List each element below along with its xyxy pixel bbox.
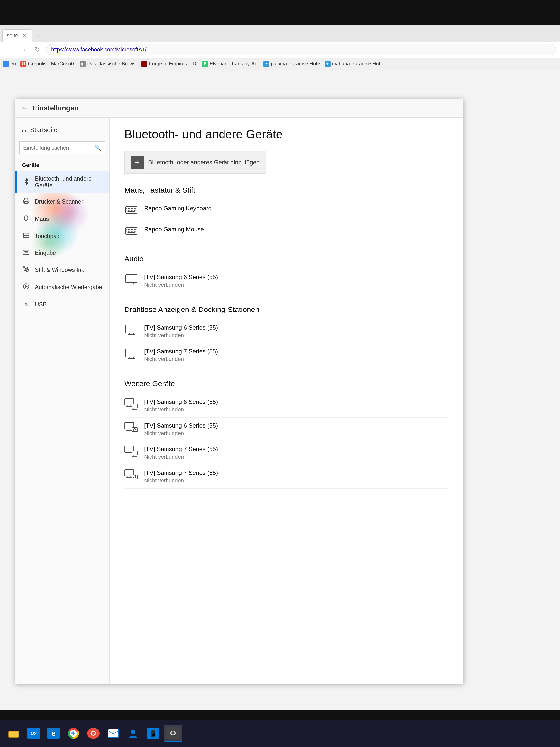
sidebar-item-touchpad[interactable]: Touchpad xyxy=(15,228,109,245)
monitor-audio-icon xyxy=(125,274,138,287)
monitor-wireless-icon-2 xyxy=(125,349,138,361)
svg-rect-91 xyxy=(9,731,19,737)
bluetooth-icon xyxy=(23,178,30,186)
section-maus-tastatur: Maus, Tastatur & Stift xyxy=(125,186,448,195)
taskbar-messaging[interactable]: 📱 xyxy=(144,725,162,742)
device-weitere-2[interactable]: [TV] Samsung 6 Series (55) Nicht verbund… xyxy=(125,418,448,441)
sidebar-item-pen[interactable]: Stift & Windows Ink xyxy=(15,261,109,279)
sidebar-item-eingabe[interactable]: Eingabe xyxy=(15,245,109,261)
taskbar-file-explorer[interactable] xyxy=(5,725,22,742)
device-info-weitere-1: [TV] Samsung 6 Series (55) Nicht verbund… xyxy=(144,398,218,413)
bookmark-en[interactable]: 🌐 en xyxy=(3,61,16,67)
svg-point-74 xyxy=(133,430,134,431)
address-bar-row: ← → ↻ https://www.facebook.com/Microsoft… xyxy=(0,42,560,58)
search-box[interactable]: 🔍 xyxy=(20,141,105,154)
taskbar-edge[interactable]: e xyxy=(45,725,62,742)
settings-overlay: ← Einstellungen ⌂ Startseite 🔍 xyxy=(15,99,463,684)
sidebar-item-bluetooth-label: Bluetooth- und andere Geräte xyxy=(35,175,102,189)
composite-icon-2 xyxy=(125,422,138,435)
device-name-rapoo-mouse: Rapoo Gaming Mouse xyxy=(144,226,204,233)
svg-point-97 xyxy=(131,729,135,734)
monitor-wireless-icon-1 xyxy=(125,325,138,337)
bookmark-grepolis[interactable]: G Grepolis - MarCuso0: xyxy=(20,61,75,67)
svg-point-89 xyxy=(133,477,134,478)
browser-tab-active[interactable]: seite ✕ xyxy=(2,29,32,42)
device-status-samsung7-wireless: Nicht verbunden xyxy=(144,356,218,362)
mouse-icon xyxy=(22,215,30,223)
tab-close-button[interactable]: ✕ xyxy=(21,32,28,39)
tab-label: seite xyxy=(7,32,18,39)
svg-rect-49 xyxy=(126,275,137,283)
settings-header: ← Einstellungen xyxy=(15,99,463,118)
svg-rect-88 xyxy=(132,475,137,479)
new-tab-button[interactable]: + xyxy=(33,30,44,42)
bookmark-browse[interactable]: ◐ Das klassische Brows: xyxy=(80,61,137,67)
bookmark-mahana[interactable]: ✈ mahana Paradise Hot: xyxy=(324,61,381,67)
svg-rect-65 xyxy=(132,404,137,408)
device-rapoo-keyboard[interactable]: Rapoo Gaming Keyboard xyxy=(125,201,448,221)
plus-icon: + xyxy=(131,156,143,169)
svg-line-77 xyxy=(127,453,128,454)
address-bar[interactable]: https://www.facebook.com/MicrosoftAT/ xyxy=(46,44,556,55)
forward-button[interactable]: → xyxy=(18,44,29,55)
home-icon: ⌂ xyxy=(22,126,26,134)
device-status-samsung6-wireless: Nicht verbunden xyxy=(144,332,218,339)
settings-back-button[interactable]: ← xyxy=(21,104,28,112)
svg-rect-53 xyxy=(126,325,137,333)
bookmark-label-en: en xyxy=(10,61,16,67)
bookmark-elvenar[interactable]: E Elvenar – Fantasy-Au: xyxy=(202,61,259,67)
device-samsung7-wireless[interactable]: [TV] Samsung 7 Series (55) Nicht verbund… xyxy=(125,343,448,367)
sidebar-item-autoplay[interactable]: Automatische Wiedergabe xyxy=(15,279,109,296)
sidebar-item-printer[interactable]: Drucker & Scanner xyxy=(15,193,109,210)
divider-1 xyxy=(125,242,448,250)
svg-rect-0 xyxy=(25,202,28,204)
sidebar-home[interactable]: ⌂ Startseite xyxy=(15,122,109,138)
url-text: https://www.facebook.com/MicrosoftAT/ xyxy=(51,46,146,53)
taskbar-opera[interactable]: O xyxy=(85,725,102,742)
taskbar-outlook[interactable]: Ox xyxy=(25,725,42,742)
sidebar-home-label: Startseite xyxy=(30,126,57,134)
pen-icon xyxy=(22,266,30,274)
bookmark-forge[interactable]: ⚔ Forge of Empires – D: xyxy=(141,61,197,67)
section-drahtlose: Drahtlose Anzeigen & Docking-Stationen xyxy=(125,305,448,314)
device-weitere-1[interactable]: [TV] Samsung 6 Series (55) Nicht verbund… xyxy=(125,394,448,418)
device-status-weitere-1: Nicht verbunden xyxy=(144,406,218,413)
bookmark-palama[interactable]: ✈ palama Paradise Hote xyxy=(263,61,320,67)
svg-line-85 xyxy=(127,476,128,478)
svg-rect-6 xyxy=(23,250,29,255)
taskbar-chrome[interactable] xyxy=(65,725,82,742)
svg-marker-15 xyxy=(26,285,27,288)
bookmark-label-grepolis: Grepolis - MarCuso0: xyxy=(28,61,75,67)
eingabe-icon xyxy=(22,249,30,257)
tab-bar: seite ✕ + xyxy=(0,25,560,42)
composite-icon-1 xyxy=(125,398,138,411)
svg-point-13 xyxy=(25,268,26,269)
device-name-weitere-4: [TV] Samsung 7 Series (55) xyxy=(144,469,218,476)
taskbar-settings[interactable]: ⚙ xyxy=(164,725,182,742)
device-rapoo-mouse[interactable]: Rapoo Gaming Mouse xyxy=(125,221,448,242)
device-weitere-3[interactable]: [TV] Samsung 7 Series (55) Nicht verbund… xyxy=(125,441,448,465)
autoplay-icon xyxy=(22,283,30,291)
sidebar-item-usb-label: USB xyxy=(35,301,47,308)
svg-point-95 xyxy=(72,732,75,735)
bookmark-icon-elvenar: E xyxy=(202,61,208,67)
device-samsung6-wireless[interactable]: [TV] Samsung 6 Series (55) Nicht verbund… xyxy=(125,320,448,343)
add-device-button[interactable]: + Bluetooth- oder anderes Gerät hinzufüg… xyxy=(125,151,266,174)
sidebar-item-usb[interactable]: USB xyxy=(15,296,109,313)
back-button[interactable]: ← xyxy=(4,44,15,55)
sidebar-item-mouse-label: Maus xyxy=(35,216,49,222)
refresh-button[interactable]: ↻ xyxy=(32,44,43,55)
device-samsung6-audio[interactable]: [TV] Samsung 6 Series (55) Nicht verbund… xyxy=(125,269,448,293)
device-weitere-4[interactable]: [TV] Samsung 7 Series (55) Nicht verbund… xyxy=(125,465,448,489)
bookmark-icon-forge: ⚔ xyxy=(141,61,148,67)
taskbar-people[interactable] xyxy=(125,725,142,742)
device-status-weitere-4: Nicht verbunden xyxy=(144,477,218,484)
settings-search-input[interactable] xyxy=(23,145,94,151)
sidebar-item-printer-label: Drucker & Scanner xyxy=(35,199,83,205)
taskbar-mail[interactable] xyxy=(105,725,122,742)
device-name-rapoo-keyboard: Rapoo Gaming Keyboard xyxy=(144,205,212,212)
sidebar-item-mouse[interactable]: Maus xyxy=(15,210,109,228)
sidebar-item-eingabe-label: Eingabe xyxy=(35,250,56,256)
sidebar-item-bluetooth[interactable]: Bluetooth- und andere Geräte xyxy=(15,171,109,193)
device-info-weitere-2: [TV] Samsung 6 Series (55) Nicht verbund… xyxy=(144,422,218,437)
